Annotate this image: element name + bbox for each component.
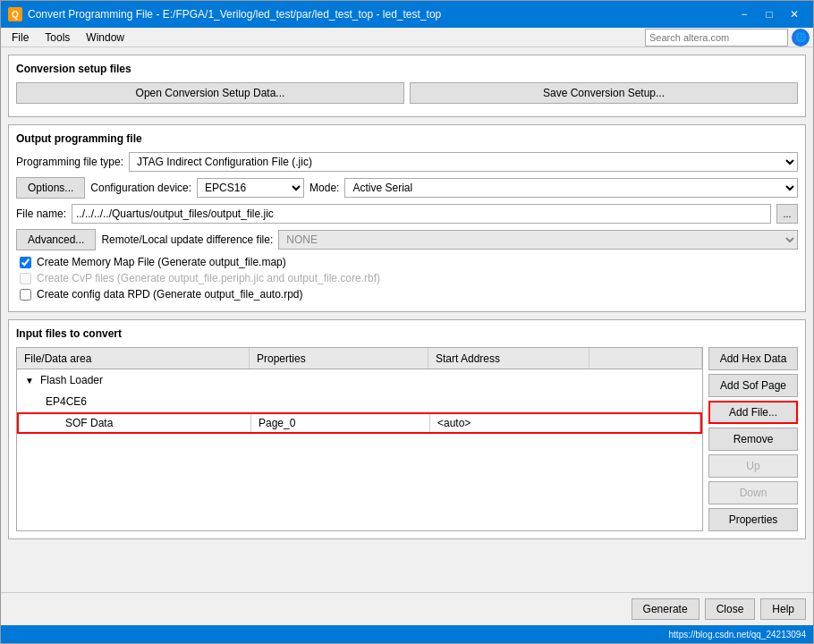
create-config-data-label: Create config data RPD (Generate output_… [37, 288, 303, 301]
col-header-file: File/Data area [17, 348, 250, 369]
file-type-label: Programming file type: [16, 156, 123, 168]
config-device-row: Options... Configuration device: EPCS16 … [16, 177, 798, 199]
options-button[interactable]: Options... [16, 177, 85, 199]
app-icon: Q [8, 7, 22, 21]
grid-header: File/Data area Properties Start Address [17, 348, 702, 369]
open-conversion-button[interactable]: Open Conversion Setup Data... [16, 82, 404, 104]
advanced-button[interactable]: Advanced... [16, 229, 96, 250]
close-bottom-button[interactable]: Close [705, 598, 756, 620]
status-bar: https://blog.csdn.net/qq_24213094 [1, 625, 813, 643]
flash-loader-row[interactable]: ▼ Flash Loader [17, 369, 702, 391]
ep4ce6-label: EP4CE6 [42, 395, 90, 408]
file-name-input[interactable] [72, 204, 771, 224]
file-browse-button[interactable]: ... [776, 204, 798, 224]
add-hex-data-button[interactable]: Add Hex Data [708, 347, 798, 370]
create-config-data-checkbox[interactable] [20, 289, 31, 301]
menu-file[interactable]: File [4, 30, 36, 46]
sof-data-props: Page_0 [259, 417, 295, 429]
create-memory-map-checkbox[interactable] [20, 257, 31, 268]
create-cvp-label: Create CvP files (Generate output_file.p… [37, 272, 380, 284]
input-files-title: Input files to convert [16, 327, 798, 340]
conversion-setup-section: Conversion setup files Open Conversion S… [8, 55, 806, 117]
generate-button[interactable]: Generate [632, 598, 700, 620]
conversion-buttons-row: Open Conversion Setup Data... Save Conve… [16, 82, 798, 104]
sof-data-props-cell: Page_0 [251, 414, 430, 432]
output-programming-title: Output programming file [16, 132, 798, 145]
checkbox-row-1: Create Memory Map File (Generate output_… [16, 256, 798, 268]
col-header-rest [589, 348, 702, 369]
remove-button[interactable]: Remove [708, 428, 798, 451]
file-type-row: Programming file type: JTAG Indirect Con… [16, 152, 798, 172]
advanced-remote-row: Advanced... Remote/Local update differen… [16, 229, 798, 250]
flash-loader-label: Flash Loader [37, 374, 106, 386]
input-files-content: File/Data area Properties Start Address … [16, 347, 703, 531]
window-title: Convert Programming File - E:/FPGA/1_Ver… [28, 8, 441, 21]
output-programming-section: Output programming file Programming file… [8, 124, 806, 312]
config-device-select[interactable]: EPCS16 [197, 178, 304, 198]
properties-button[interactable]: Properties [708, 508, 798, 531]
add-sof-page-button[interactable]: Add Sof Page [708, 374, 798, 397]
remote-label: Remote/Local update difference file: [101, 233, 273, 246]
ep4ce6-row[interactable]: EP4CE6 [17, 391, 702, 412]
save-conversion-button[interactable]: Save Conversion Setup... [410, 82, 798, 104]
main-window: Q Convert Programming File - E:/FPGA/1_V… [0, 0, 814, 644]
menu-window[interactable]: Window [79, 30, 131, 46]
col-header-addr: Start Address [428, 348, 589, 369]
sof-data-row[interactable]: SOF Data Page_0 <auto> [17, 412, 702, 434]
globe-icon: 🌐 [792, 29, 810, 47]
expand-icon[interactable]: ▼ [22, 373, 37, 387]
down-button[interactable]: Down [708, 481, 798, 504]
minimize-button[interactable]: − [733, 5, 756, 23]
remote-select[interactable]: NONE [278, 230, 798, 250]
close-button[interactable]: ✕ [783, 5, 806, 23]
conversion-setup-title: Conversion setup files [16, 63, 798, 75]
input-files-section: Input files to convert File/Data area Pr… [8, 319, 806, 539]
file-name-row: File name: ... [16, 204, 798, 224]
input-files-layout: File/Data area Properties Start Address … [16, 347, 798, 531]
help-button[interactable]: Help [760, 598, 806, 620]
menu-bar: File Tools Window 🌐 [1, 28, 813, 47]
mode-label: Mode: [309, 182, 339, 194]
file-type-select[interactable]: JTAG Indirect Configuration File (.jic) [129, 152, 798, 172]
col-header-props: Properties [250, 348, 428, 369]
up-button[interactable]: Up [708, 454, 798, 478]
bottom-bar: Generate Close Help [1, 592, 813, 625]
sof-data-addr: <auto> [437, 417, 471, 429]
create-memory-map-label: Create Memory Map File (Generate output_… [37, 256, 286, 268]
checkbox-row-2: Create CvP files (Generate output_file.p… [16, 272, 798, 284]
window-controls: − □ ✕ [733, 5, 806, 23]
title-bar: Q Convert Programming File - E:/FPGA/1_V… [1, 1, 813, 28]
sof-data-label: SOF Data [65, 417, 113, 429]
mode-select[interactable]: Active Serial [344, 178, 798, 198]
main-content: Conversion setup files Open Conversion S… [1, 47, 813, 592]
menu-tools[interactable]: Tools [38, 30, 77, 46]
grid-body: ▼ Flash Loader EP4CE6 SOF Data [17, 369, 702, 530]
right-buttons: Add Hex Data Add Sof Page Add File... Re… [703, 347, 798, 531]
title-bar-left: Q Convert Programming File - E:/FPGA/1_V… [8, 7, 441, 21]
search-area: 🌐 [645, 29, 810, 47]
add-file-button[interactable]: Add File... [708, 401, 798, 424]
sof-data-name-cell: SOF Data [58, 414, 251, 432]
files-grid: File/Data area Properties Start Address … [16, 347, 703, 531]
file-name-label: File name: [16, 208, 66, 220]
maximize-button[interactable]: □ [758, 5, 781, 23]
checkbox-row-3: Create config data RPD (Generate output_… [16, 288, 798, 301]
sof-data-addr-cell: <auto> [430, 414, 700, 432]
config-device-label: Configuration device: [90, 182, 191, 194]
status-text: https://blog.csdn.net/qq_24213094 [669, 630, 806, 640]
create-cvp-checkbox[interactable] [20, 273, 31, 284]
search-input[interactable] [645, 29, 788, 47]
